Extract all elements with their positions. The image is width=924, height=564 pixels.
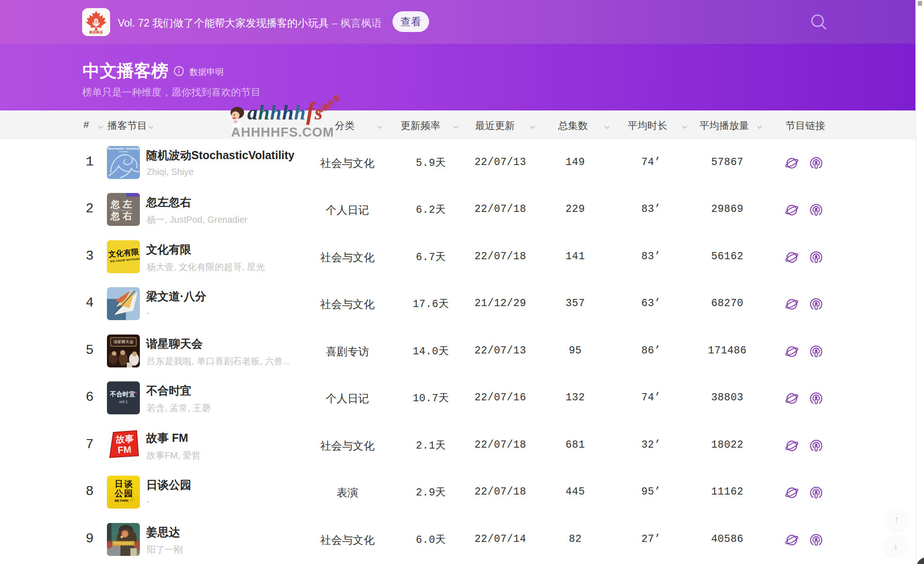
- svg-text:FM: FM: [117, 444, 131, 455]
- svg-text:枫言枫语: 枫言枫语: [89, 30, 103, 34]
- svg-text:故事: 故事: [115, 434, 134, 445]
